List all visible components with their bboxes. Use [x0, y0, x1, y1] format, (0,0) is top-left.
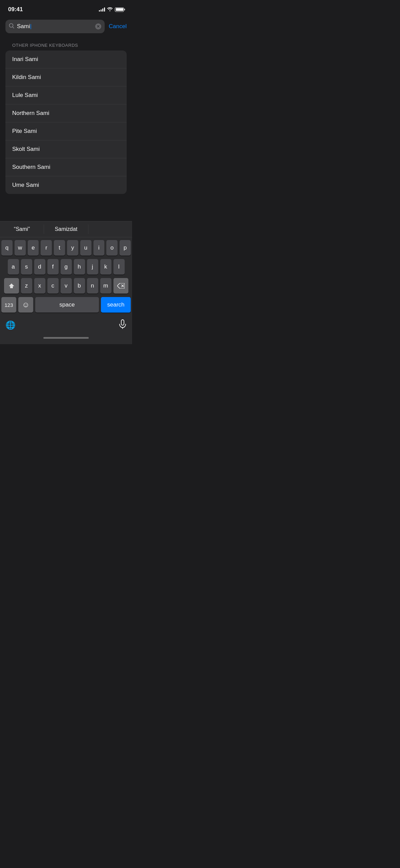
key-i[interactable]: i — [93, 240, 105, 256]
search-clear-button[interactable]: ✕ — [95, 23, 101, 29]
key-search[interactable]: search — [101, 297, 131, 313]
autocomplete-item-1[interactable]: “Sami” — [0, 226, 44, 232]
key-q[interactable]: q — [1, 240, 13, 256]
home-indicator-area — [0, 334, 132, 344]
key-c[interactable]: c — [47, 278, 59, 294]
key-g[interactable]: g — [61, 259, 72, 275]
keyboard: q w e r t y u i o p a s d f g h j k l z … — [0, 237, 132, 317]
search-field[interactable]: Sami ✕ — [5, 20, 105, 33]
key-a[interactable]: a — [8, 259, 19, 275]
battery-icon — [115, 7, 124, 12]
key-x[interactable]: x — [34, 278, 45, 294]
signal-icon — [99, 7, 105, 12]
status-icons — [99, 7, 124, 12]
search-bar-container: Sami ✕ Cancel — [0, 17, 132, 36]
key-p[interactable]: p — [120, 240, 131, 256]
cancel-button[interactable]: Cancel — [109, 23, 127, 30]
key-s[interactable]: s — [21, 259, 32, 275]
keyboard-row-1: q w e r t y u i o p — [1, 240, 131, 256]
key-e[interactable]: e — [28, 240, 39, 256]
keyboard-row-2: a s d f g h j k l — [1, 259, 131, 275]
results-list: Inari Sami Kildin Sami Lule Sami Norther… — [5, 51, 127, 194]
section-header: OTHER IPHONE KEYBOARDS — [0, 36, 132, 51]
list-item-kildin-sami[interactable]: Kildin Sami — [5, 68, 127, 86]
key-o[interactable]: o — [106, 240, 118, 256]
middle-area — [0, 194, 132, 221]
bottom-bar: 🌐 — [0, 317, 132, 334]
key-backspace[interactable] — [113, 278, 128, 294]
key-h[interactable]: h — [74, 259, 85, 275]
key-f[interactable]: f — [47, 259, 59, 275]
key-shift[interactable] — [4, 278, 19, 294]
key-emoji[interactable]: ☺ — [18, 297, 33, 313]
autocomplete-divider-2 — [88, 224, 88, 234]
key-z[interactable]: z — [21, 278, 32, 294]
list-item-southern-sami[interactable]: Southern Sami — [5, 158, 127, 176]
key-t[interactable]: t — [54, 240, 65, 256]
key-w[interactable]: w — [15, 240, 26, 256]
autocomplete-bar: “Sami” Samizdat — [0, 221, 132, 237]
key-space[interactable]: space — [35, 297, 99, 313]
status-bar: 09:41 — [0, 0, 132, 17]
key-u[interactable]: u — [80, 240, 91, 256]
key-d[interactable]: d — [34, 259, 45, 275]
list-item-northern-sami[interactable]: Northern Sami — [5, 104, 127, 122]
list-item-ume-sami[interactable]: Ume Sami — [5, 176, 127, 194]
key-j[interactable]: j — [87, 259, 98, 275]
keyboard-row-4: 123 ☺ space search — [1, 297, 131, 313]
search-icon — [9, 23, 14, 30]
key-v[interactable]: v — [61, 278, 72, 294]
wifi-icon — [107, 7, 113, 12]
list-item-inari-sami[interactable]: Inari Sami — [5, 51, 127, 68]
key-y[interactable]: y — [67, 240, 78, 256]
key-l[interactable]: l — [113, 259, 125, 275]
key-n[interactable]: n — [87, 278, 98, 294]
key-r[interactable]: r — [41, 240, 52, 256]
globe-icon[interactable]: 🌐 — [5, 320, 16, 330]
svg-rect-4 — [121, 320, 124, 325]
key-b[interactable]: b — [74, 278, 85, 294]
key-k[interactable]: k — [100, 259, 111, 275]
search-input[interactable]: Sami — [17, 23, 92, 30]
home-indicator-bar — [43, 337, 89, 339]
list-item-skolt-sami[interactable]: Skolt Sami — [5, 140, 127, 158]
microphone-icon[interactable] — [119, 319, 127, 331]
keyboard-row-3: z x c v b n m — [1, 278, 131, 294]
list-item-lule-sami[interactable]: Lule Sami — [5, 86, 127, 104]
status-time: 09:41 — [8, 6, 23, 13]
svg-line-1 — [13, 27, 14, 28]
list-item-pite-sami[interactable]: Pite Sami — [5, 122, 127, 140]
key-m[interactable]: m — [100, 278, 111, 294]
autocomplete-item-2[interactable]: Samizdat — [44, 226, 88, 232]
key-123[interactable]: 123 — [1, 297, 16, 313]
